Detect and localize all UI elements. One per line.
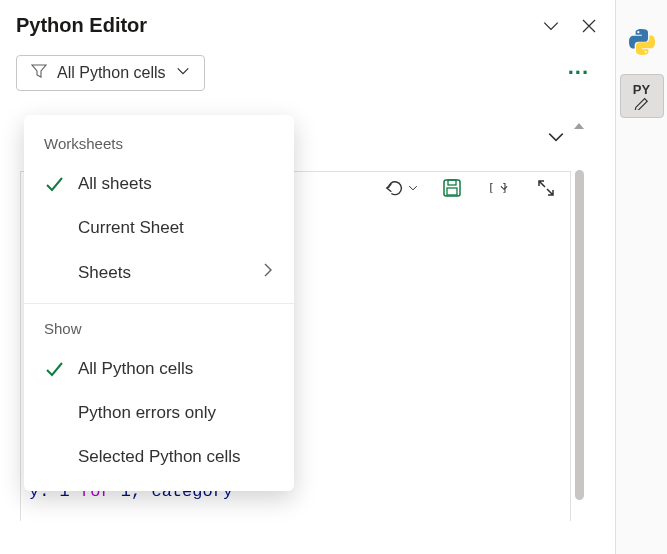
menu-item-all-sheets[interactable]: All sheets (24, 162, 294, 206)
svg-rect-2 (447, 188, 457, 195)
filter-label: All Python cells (57, 64, 166, 82)
chevron-down-icon[interactable] (541, 16, 561, 36)
pencil-icon (633, 96, 651, 110)
right-sidebar: PY (615, 0, 667, 554)
filter-icon (31, 63, 47, 83)
python-editor-tab[interactable]: PY (620, 74, 664, 118)
chevron-right-icon (262, 262, 274, 283)
save-button[interactable] (442, 178, 462, 198)
close-icon[interactable] (579, 16, 599, 36)
dropdown-section-header: Worksheets (24, 127, 294, 162)
svg-text:[ ]: [ ] (488, 181, 508, 194)
panel-header: Python Editor (16, 14, 599, 37)
more-options-button[interactable]: ··· (568, 60, 589, 86)
chevron-down-icon (176, 64, 190, 82)
menu-item-python-errors-only[interactable]: Python errors only (24, 391, 294, 435)
menu-item-label: Python errors only (78, 403, 274, 423)
dropdown-section-header: Show (24, 312, 294, 347)
menu-item-sheets[interactable]: Sheets (24, 250, 294, 295)
output-type-button[interactable]: [ ] (486, 178, 512, 198)
menu-item-label: Selected Python cells (78, 447, 274, 467)
python-logo-icon[interactable] (620, 20, 664, 64)
menu-item-label: All Python cells (78, 359, 274, 379)
menu-item-label: All sheets (78, 174, 274, 194)
check-icon (44, 359, 64, 379)
undo-button[interactable] (384, 178, 418, 198)
panel-title: Python Editor (16, 14, 147, 37)
expand-button[interactable] (536, 178, 556, 198)
menu-item-label: Sheets (78, 263, 248, 283)
check-icon (44, 174, 64, 194)
menu-divider (24, 303, 294, 304)
menu-item-all-python-cells[interactable]: All Python cells (24, 347, 294, 391)
menu-item-label: Current Sheet (78, 218, 274, 238)
filter-dropdown-menu: Worksheets All sheets Current Sheet Shee… (24, 115, 294, 491)
menu-item-current-sheet[interactable]: Current Sheet (24, 206, 294, 250)
py-badge-label: PY (633, 83, 650, 96)
filter-dropdown-button[interactable]: All Python cells (16, 55, 205, 91)
menu-item-selected-python-cells[interactable]: Selected Python cells (24, 435, 294, 479)
